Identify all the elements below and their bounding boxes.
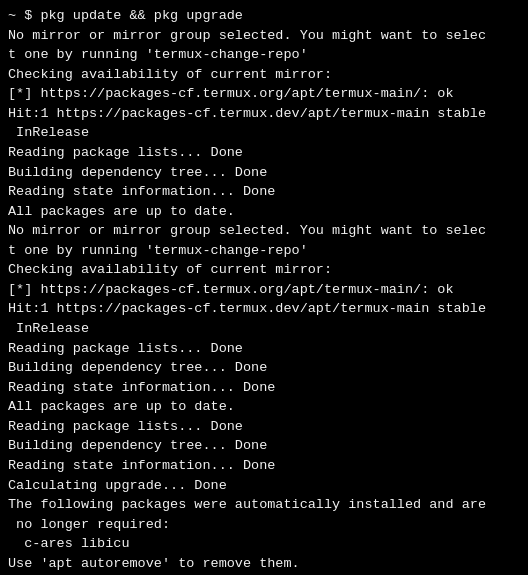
terminal-line: No mirror or mirror group selected. You …	[8, 26, 520, 46]
terminal-line: Hit:1 https://packages-cf.termux.dev/apt…	[8, 299, 520, 319]
terminal-line: t one by running 'termux-change-repo'	[8, 45, 520, 65]
terminal-line: [*] https://packages-cf.termux.org/apt/t…	[8, 84, 520, 104]
terminal-line: Reading state information... Done	[8, 456, 520, 476]
terminal-line: InRelease	[8, 319, 520, 339]
terminal-line: Reading state information... Done	[8, 182, 520, 202]
terminal-line: Reading state information... Done	[8, 378, 520, 398]
terminal-line: All packages are up to date.	[8, 202, 520, 222]
terminal-line: Hit:1 https://packages-cf.termux.dev/apt…	[8, 104, 520, 124]
terminal-line: Reading package lists... Done	[8, 339, 520, 359]
terminal-window[interactable]: ~ $ pkg update && pkg upgradeNo mirror o…	[0, 0, 528, 575]
terminal-line: Building dependency tree... Done	[8, 358, 520, 378]
terminal-line: Reading package lists... Done	[8, 417, 520, 437]
terminal-line: Calculating upgrade... Done	[8, 476, 520, 496]
terminal-line: Checking availability of current mirror:	[8, 65, 520, 85]
terminal-line: The following packages were automaticall…	[8, 495, 520, 515]
terminal-line: [*] https://packages-cf.termux.org/apt/t…	[8, 280, 520, 300]
terminal-line: InRelease	[8, 123, 520, 143]
terminal-line: ~ $ pkg update && pkg upgrade	[8, 6, 520, 26]
terminal-line: Building dependency tree... Done	[8, 163, 520, 183]
terminal-line: no longer required:	[8, 515, 520, 535]
terminal-line: Use 'apt autoremove' to remove them.	[8, 554, 520, 574]
terminal-line: Building dependency tree... Done	[8, 436, 520, 456]
terminal-line: c-ares libicu	[8, 534, 520, 554]
terminal-line: Reading package lists... Done	[8, 143, 520, 163]
terminal-line: t one by running 'termux-change-repo'	[8, 241, 520, 261]
terminal-line: Checking availability of current mirror:	[8, 260, 520, 280]
terminal-line: All packages are up to date.	[8, 397, 520, 417]
terminal-line: No mirror or mirror group selected. You …	[8, 221, 520, 241]
